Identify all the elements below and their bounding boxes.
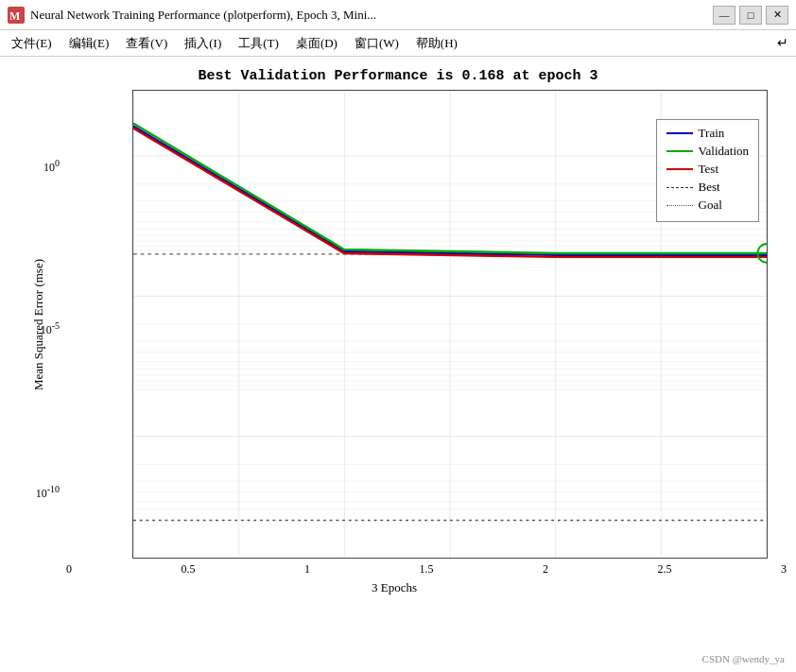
menu-edit[interactable]: 编辑(E) — [61, 33, 117, 54]
main-content: Best Validation Performance is 0.168 at … — [0, 57, 796, 672]
window-controls: — □ ✕ — [713, 6, 788, 25]
legend-item-goal: Goal — [666, 198, 749, 213]
y-ticks: 100 10-5 10-10 — [2, 90, 63, 634]
plot-inner: 100 10-5 10-10 — [66, 90, 787, 634]
menu-desktop[interactable]: 桌面(D) — [288, 33, 345, 54]
menu-insert[interactable]: 插入(I) — [177, 33, 229, 54]
x-axis-label: 3 Epochs — [2, 580, 787, 595]
legend-line-goal — [666, 205, 693, 206]
legend-label-train: Train — [699, 126, 725, 141]
legend-label-goal: Goal — [699, 198, 722, 213]
plot-container: Best Validation Performance is 0.168 at … — [0, 57, 796, 672]
legend-label-validation: Validation — [699, 144, 749, 159]
legend-line-best — [666, 187, 693, 188]
plot-title: Best Validation Performance is 0.168 at … — [9, 68, 787, 84]
x-tick-05: 0.5 — [182, 562, 196, 577]
menu-corner-icon[interactable]: ↵ — [773, 35, 792, 51]
title-bar-left: M Neural Network Training Performance (p… — [8, 7, 376, 24]
matlab-icon: M — [8, 7, 25, 24]
legend-line-validation — [666, 150, 693, 153]
y-tick-1em5: 10-5 — [41, 320, 60, 337]
legend: Train Validation Test Best — [656, 119, 759, 222]
x-ticks: 0 0.5 1 1.5 2 2.5 3 — [2, 562, 787, 577]
legend-line-test — [666, 168, 693, 171]
menu-tools[interactable]: 工具(T) — [231, 33, 286, 54]
menu-bar: 文件(E) 编辑(E) 查看(V) 插入(I) 工具(T) 桌面(D) 窗口(W… — [0, 30, 796, 57]
menu-help[interactable]: 帮助(H) — [408, 33, 465, 54]
legend-item-test: Test — [666, 162, 749, 177]
legend-item-validation: Validation — [666, 144, 749, 159]
x-tick-25: 2.5 — [658, 562, 672, 577]
x-tick-3: 3 — [781, 562, 787, 577]
menu-view[interactable]: 查看(V) — [118, 33, 175, 54]
window-title: Neural Network Training Performance (plo… — [30, 8, 376, 23]
y-tick-1e0: 100 — [43, 158, 60, 175]
legend-label-best: Best — [699, 180, 720, 195]
maximize-button[interactable]: □ — [739, 6, 762, 25]
x-tick-1: 1 — [304, 562, 310, 577]
menu-file[interactable]: 文件(E) — [4, 33, 60, 54]
watermark: CSDN @wendy_ya — [702, 653, 785, 664]
minimize-button[interactable]: — — [713, 6, 735, 25]
x-tick-15: 1.5 — [420, 562, 434, 577]
menu-window[interactable]: 窗口(W) — [347, 33, 407, 54]
legend-item-train: Train — [666, 126, 749, 141]
svg-text:M: M — [9, 9, 20, 23]
close-button[interactable]: ✕ — [766, 6, 788, 25]
legend-label-test: Test — [699, 162, 718, 177]
x-tick-2: 2 — [543, 562, 548, 577]
plot-area: Train Validation Test Best — [132, 90, 768, 559]
legend-item-best: Best — [666, 180, 749, 195]
x-tick-0: 0 — [66, 562, 72, 577]
title-bar: M Neural Network Training Performance (p… — [0, 0, 796, 30]
plot-layout: Mean Squared Error (mse) 100 10-5 10-10 — [9, 90, 787, 634]
legend-line-train — [666, 132, 693, 135]
y-tick-1em10: 10-10 — [36, 484, 60, 501]
